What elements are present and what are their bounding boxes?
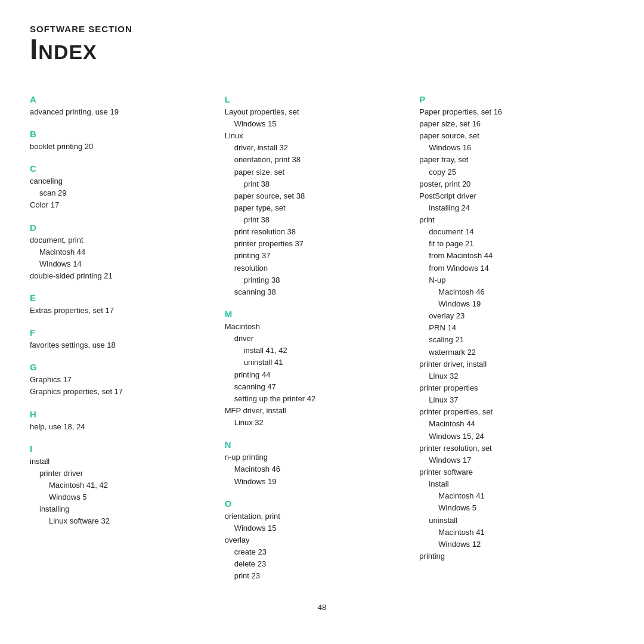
entry-block-a: advanced printing, use 19 — [30, 106, 219, 118]
entry-text: Linux 32 — [225, 417, 414, 429]
page-header: Software Section Index — [30, 24, 614, 66]
letter-heading-b: B — [30, 129, 219, 139]
entry-text: installing 24 — [419, 202, 608, 214]
entry-block-p: Paper properties, set 16paper size, set … — [419, 106, 608, 562]
entry-text: print 38 — [225, 178, 414, 190]
entry-text: canceling — [30, 175, 219, 187]
entry-text: Macintosh 44 — [30, 246, 219, 258]
entry-text: Macintosh 41 — [419, 490, 608, 502]
entry-text: uninstall 41 — [225, 357, 414, 369]
entry-block-g: Graphics 17Graphics properties, set 17 — [30, 374, 219, 398]
entry-text: printer properties, set — [419, 406, 608, 418]
letter-heading-d: D — [30, 222, 219, 233]
entry-text: Linux software 32 — [30, 515, 219, 527]
entry-text: n-up printing — [225, 451, 414, 463]
entry-text: N-up — [419, 274, 608, 286]
entry-block-b: booklet printing 20 — [30, 141, 219, 153]
entry-text: Macintosh 41 — [419, 527, 608, 538]
entry-text: Windows 19 — [419, 298, 608, 310]
columns-wrapper: Aadvanced printing, use 19Bbooklet print… — [30, 83, 614, 585]
entry-block-d: document, printMacintosh 44Windows 14dou… — [30, 234, 219, 283]
entry-text: Graphics 17 — [30, 374, 219, 386]
entry-text: Macintosh — [225, 321, 414, 333]
entry-text: fit to page 21 — [419, 238, 608, 250]
letter-heading-l: L — [225, 94, 414, 104]
entry-text: PRN 14 — [419, 322, 608, 334]
entry-text: installing — [30, 503, 219, 515]
entry-text: paper source, set 38 — [225, 190, 414, 202]
letter-heading-h: H — [30, 409, 219, 419]
entry-text: watermark 22 — [419, 346, 608, 358]
entry-text: create 23 — [225, 546, 414, 558]
index-title: Index — [30, 34, 614, 66]
entry-text: Windows 15, 24 — [419, 431, 608, 442]
entry-text: overlay — [225, 534, 414, 546]
entry-text: Windows 14 — [30, 258, 219, 270]
entry-text: Windows 5 — [419, 502, 608, 514]
entry-text: install — [30, 456, 219, 467]
entry-text: Color 17 — [30, 199, 219, 211]
entry-text: setting up the printer 42 — [225, 393, 414, 405]
entry-block-l: Layout properties, setWindows 15Linuxdri… — [225, 106, 414, 298]
entry-text: advanced printing, use 19 — [30, 106, 219, 118]
entry-block-i: installprinter driverMacintosh 41, 42Win… — [30, 456, 219, 528]
entry-text: Windows 15 — [225, 118, 414, 130]
letter-heading-n: N — [225, 439, 414, 450]
entry-text: printer software — [419, 466, 608, 478]
entry-text: install — [419, 478, 608, 490]
entry-text: print 23 — [225, 570, 414, 582]
letter-heading-c: C — [30, 163, 219, 174]
entry-text: Macintosh 46 — [225, 463, 414, 475]
entry-text: printing 37 — [225, 250, 414, 262]
entry-text: copy 25 — [419, 166, 608, 178]
entry-block-h: help, use 18, 24 — [30, 421, 219, 433]
entry-block-c: cancelingscan 29Color 17 — [30, 175, 219, 211]
letter-heading-g: G — [30, 362, 219, 372]
entry-text: print — [419, 214, 608, 226]
entry-text: driver, install 32 — [225, 142, 414, 154]
entry-text: scanning 47 — [225, 381, 414, 393]
entry-text: MFP driver, install — [225, 405, 414, 417]
entry-text: from Windows 14 — [419, 262, 608, 274]
entry-text: printing 44 — [225, 369, 414, 381]
entry-text: from Macintosh 44 — [419, 250, 608, 262]
entry-text: Windows 12 — [419, 538, 608, 550]
entry-text: Paper properties, set 16 — [419, 106, 608, 118]
entry-text: poster, print 20 — [419, 178, 608, 190]
entry-text: print resolution 38 — [225, 226, 414, 238]
index-column-col2: LLayout properties, setWindows 15Linuxdr… — [225, 83, 420, 585]
entry-text: booklet printing 20 — [30, 141, 219, 153]
letter-heading-p: P — [419, 94, 608, 104]
entry-text: paper tray, set — [419, 154, 608, 166]
entry-block-e: Extras properties, set 17 — [30, 305, 219, 317]
entry-text: Graphics properties, set 17 — [30, 386, 219, 398]
entry-text: Macintosh 46 — [419, 286, 608, 298]
entry-block-f: favorites settings, use 18 — [30, 339, 219, 351]
software-section-label: Software Section — [30, 24, 614, 34]
entry-text: delete 23 — [225, 558, 414, 570]
index-column-col3: PPaper properties, set 16paper size, set… — [419, 83, 614, 585]
entry-text: scan 29 — [30, 187, 219, 199]
entry-text: printer driver, install — [419, 358, 608, 370]
entry-text: PostScript driver — [419, 190, 608, 202]
entry-block-n: n-up printingMacintosh 46Windows 19 — [225, 451, 414, 487]
entry-text: Linux 37 — [419, 394, 608, 406]
entry-text: orientation, print 38 — [225, 154, 414, 166]
entry-text: scanning 38 — [225, 286, 414, 298]
entry-text: Windows 16 — [419, 142, 608, 154]
entry-text: document, print — [30, 234, 219, 246]
entry-text: printing 38 — [225, 274, 414, 286]
entry-block-m: Macintoshdriverinstall 41, 42uninstall 4… — [225, 321, 414, 429]
entry-text: printer driver — [30, 467, 219, 479]
letter-heading-i: I — [30, 444, 219, 454]
entry-text: Extras properties, set 17 — [30, 305, 219, 317]
letter-heading-m: M — [225, 309, 414, 319]
entry-text: resolution — [225, 262, 414, 274]
letter-heading-a: A — [30, 94, 219, 104]
entry-text: paper type, set — [225, 202, 414, 214]
entry-text: printer properties 37 — [225, 238, 414, 250]
page-number: 48 — [30, 603, 614, 612]
entry-text: favorites settings, use 18 — [30, 339, 219, 351]
entry-text: orientation, print — [225, 510, 414, 522]
entry-text: Windows 17 — [419, 454, 608, 466]
